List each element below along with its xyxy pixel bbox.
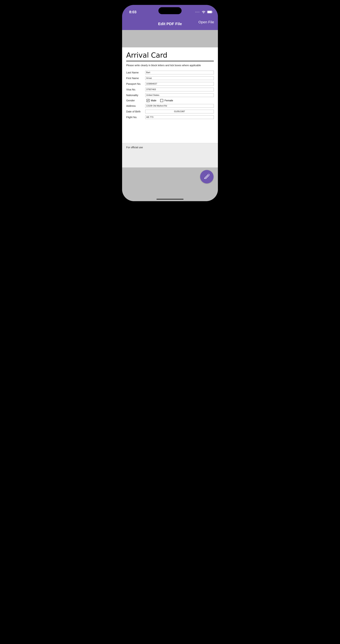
- device-frame: 8:03 Edit PDF File Open File Arrival C: [120, 2, 220, 204]
- field-dob[interactable]: 01/05/1987: [145, 110, 214, 113]
- row-flight-no: Flight No. AB 773: [126, 116, 214, 119]
- row-address: Address 13109 Old Myford Rd: [126, 104, 214, 108]
- instruction-text: Please write clearly in block letters an…: [126, 64, 214, 67]
- viewport-background-top[interactable]: [122, 30, 218, 48]
- document-title: Arrival Card: [126, 51, 214, 59]
- label-gender: Gender: [126, 99, 145, 102]
- row-gender: Gender ✔ Male Female: [126, 99, 214, 102]
- pdf-page[interactable]: Arrival Card Please write clearly in blo…: [122, 48, 218, 143]
- cellular-dots-icon: [195, 12, 199, 12]
- battery-icon: [207, 10, 213, 14]
- side-button: [119, 39, 120, 44]
- open-file-button[interactable]: Open File: [198, 20, 214, 24]
- field-nationality[interactable]: United States: [145, 94, 214, 97]
- volume-up-button: [119, 52, 120, 63]
- field-address[interactable]: 13109 Old Myford Rd: [145, 104, 214, 108]
- label-female: Female: [164, 99, 173, 102]
- label-visa-no: Visa No.: [126, 88, 145, 91]
- gender-male-option[interactable]: ✔ Male: [146, 99, 156, 102]
- pencil-icon: [203, 173, 210, 180]
- label-flight-no: Flight No.: [126, 116, 145, 119]
- label-first-name: First Name: [126, 77, 145, 80]
- status-indicators: [195, 10, 213, 14]
- gender-female-option[interactable]: Female: [160, 99, 173, 102]
- field-flight-no[interactable]: AB 773: [145, 116, 214, 119]
- field-first-name[interactable]: Arnaz: [145, 76, 214, 80]
- title-rule: [126, 61, 214, 61]
- row-dob: Date of Birth 01/05/1987: [126, 110, 214, 113]
- row-first-name: First Name Arnaz: [126, 76, 214, 80]
- official-use-section[interactable]: For official use: [122, 143, 218, 168]
- svg-line-6: [207, 176, 208, 177]
- svg-line-7: [207, 175, 208, 176]
- official-use-label: For official use: [126, 146, 143, 149]
- screen: 8:03 Edit PDF File Open File Arrival C: [122, 5, 218, 201]
- row-visa-no: Visa No. 37937463: [126, 88, 214, 91]
- volume-down-button: [119, 66, 120, 77]
- label-last-name: Last Name: [126, 71, 145, 74]
- label-passport-no: Passport No.: [126, 82, 145, 86]
- checkbox-male[interactable]: ✔: [146, 99, 150, 102]
- svg-line-3: [205, 177, 206, 178]
- label-dob: Date of Birth: [126, 110, 145, 113]
- home-indicator[interactable]: [156, 199, 184, 200]
- gender-options: ✔ Male Female: [145, 99, 173, 102]
- field-visa-no[interactable]: 37937463: [145, 88, 214, 91]
- label-male: Male: [151, 99, 156, 102]
- row-nationality: Nationality United States: [126, 94, 214, 97]
- field-last-name[interactable]: Bart: [145, 71, 214, 74]
- power-button: [220, 57, 221, 75]
- svg-line-5: [206, 176, 207, 177]
- wifi-icon: [202, 10, 206, 14]
- row-passport-no: Passport No. 103894637: [126, 82, 214, 86]
- svg-line-4: [206, 177, 207, 178]
- status-time: 8:03: [129, 10, 136, 14]
- row-last-name: Last Name Bart: [126, 71, 214, 74]
- edit-fab-button[interactable]: [200, 170, 214, 184]
- checkbox-female[interactable]: [160, 99, 163, 102]
- dynamic-island: [158, 7, 182, 14]
- svg-rect-2: [212, 12, 213, 12]
- svg-rect-1: [208, 11, 212, 13]
- nav-title: Edit PDF File: [158, 22, 182, 26]
- navbar: Edit PDF File Open File: [122, 19, 218, 30]
- label-address: Address: [126, 104, 145, 108]
- label-nationality: Nationality: [126, 94, 145, 97]
- field-passport-no[interactable]: 103894637: [145, 82, 214, 86]
- form-fields: Last Name Bart First Name Arnaz Passport…: [126, 71, 214, 119]
- viewport-background-bottom[interactable]: [122, 168, 218, 201]
